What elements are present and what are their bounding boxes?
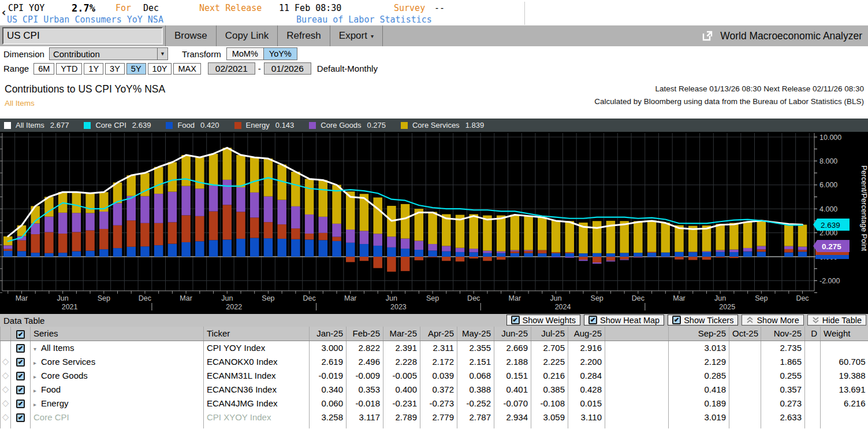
- range-3y[interactable]: 3Y: [105, 63, 125, 75]
- hide-table-button[interactable]: Hide Table: [807, 315, 866, 326]
- export-button[interactable]: Export▾: [330, 25, 383, 46]
- weight-cell: 6.216: [821, 396, 868, 410]
- security-name-link[interactable]: US CPI Urban Consumers YoY NSA: [7, 14, 163, 25]
- show-weights-toggle[interactable]: Show Weights: [506, 315, 580, 326]
- page-subtitle: All Items: [5, 99, 35, 108]
- row-checkbox[interactable]: [16, 413, 25, 422]
- value-cell: 2.228: [383, 354, 420, 368]
- value-cell: 2.391: [383, 341, 420, 354]
- svg-text:Jun: Jun: [550, 294, 561, 302]
- range-5y[interactable]: 5Y: [126, 63, 146, 75]
- external-link-icon[interactable]: [702, 30, 713, 42]
- back-chevron-icon[interactable]: ‹: [1, 6, 7, 19]
- show-heat-map-toggle[interactable]: Show Heat Map: [584, 315, 664, 326]
- show-tickers-toggle[interactable]: Show Tickers: [668, 315, 738, 326]
- range-6m[interactable]: 6M: [33, 63, 54, 75]
- legend-item-core-services[interactable]: Core Services1.839: [401, 121, 484, 130]
- value-cell: 2.669: [494, 341, 531, 354]
- checkbox-checked-icon[interactable]: [511, 316, 520, 324]
- collapsed-arrow-icon[interactable]: ▸: [33, 387, 41, 394]
- source-link[interactable]: Bureau of Labor Statistics: [296, 14, 432, 25]
- series-name-cell: ▸Core Services: [31, 354, 204, 368]
- value-cell: 2.779: [420, 410, 457, 424]
- drag-diamond-icon[interactable]: [2, 370, 9, 380]
- main-toolbar: BrowseCopy LinkRefreshExport▾ World Macr…: [0, 25, 868, 46]
- checkbox-checked-icon[interactable]: [588, 316, 597, 324]
- range-start-input[interactable]: 02/2021: [208, 62, 255, 75]
- data-table-title: Data Table: [0, 316, 44, 326]
- value-cell: 0.400: [383, 382, 420, 396]
- collapsed-arrow-icon[interactable]: ▸: [33, 373, 41, 380]
- weight-cell: 60.705: [821, 354, 868, 368]
- dimension-dropdown[interactable]: Contribution ▼: [49, 47, 168, 60]
- double-chevron-down-icon: [812, 316, 819, 324]
- range-1y[interactable]: 1Y: [84, 63, 103, 75]
- for-label: For: [116, 3, 131, 13]
- select-all-checkbox[interactable]: [16, 330, 25, 339]
- row-checkbox[interactable]: [16, 344, 25, 353]
- next-release-label: Next Release: [199, 3, 262, 13]
- row-checkbox[interactable]: [16, 358, 25, 367]
- value-cell: -0.231: [383, 396, 420, 410]
- legend-item-energy[interactable]: Energy0.143: [234, 121, 295, 130]
- value-cell: [729, 368, 761, 382]
- dec-column-header: D: [805, 327, 821, 341]
- month-column-header: Jul-25: [531, 327, 568, 341]
- title-block: Contributions to US CPI YoY% NSA All Ite…: [0, 76, 868, 119]
- row-gutter: [1, 354, 11, 368]
- transform-label: Transform: [182, 49, 221, 59]
- for-value: Dec: [143, 3, 159, 13]
- month-column-header: Aug-25: [568, 327, 605, 341]
- row-checkbox[interactable]: [16, 400, 25, 408]
- value-cell: [729, 354, 761, 368]
- ticker-cell: CPI XYOY Index: [204, 410, 310, 424]
- button-label: Hide Table: [822, 316, 862, 325]
- select-all-header: [11, 327, 31, 341]
- toggle-label: Show Weights: [523, 316, 576, 325]
- legend-item-all-items[interactable]: All Items2.677: [4, 121, 69, 130]
- value-cell: 0.189: [669, 396, 729, 410]
- ticker-cell: ECAN4JMG Index: [204, 396, 310, 410]
- legend-item-core-goods[interactable]: Core Goods0.275: [309, 121, 386, 130]
- legend-item-core-cpi[interactable]: Core CPI2.639: [84, 121, 151, 130]
- range-ytd[interactable]: YTD: [56, 63, 82, 75]
- value-cell: -0.070: [494, 396, 531, 410]
- range-max[interactable]: MAX: [173, 63, 200, 75]
- double-chevron-up-icon: [746, 316, 754, 324]
- transform-yoypct[interactable]: YoY%: [263, 47, 297, 60]
- range-10y[interactable]: 10Y: [148, 63, 172, 75]
- transform-mompct[interactable]: MoM%: [226, 47, 264, 60]
- range-end-input[interactable]: 01/2026: [264, 62, 311, 75]
- month-column-header: Jun-25: [494, 327, 531, 341]
- refresh-button[interactable]: Refresh: [278, 25, 330, 46]
- row-checkbox[interactable]: [16, 372, 25, 380]
- toggle-label: Show Heat Map: [600, 316, 660, 325]
- drag-diamond-icon[interactable]: [2, 384, 9, 394]
- legend-item-food[interactable]: Food0.420: [166, 121, 219, 130]
- svg-text:Dec: Dec: [467, 294, 480, 302]
- svg-text:Dec: Dec: [303, 294, 315, 302]
- checkbox-checked-icon[interactable]: [672, 316, 681, 324]
- drag-diamond-icon[interactable]: [2, 356, 9, 366]
- expanded-arrow-icon[interactable]: ▾: [33, 346, 41, 352]
- dec-cell: [805, 396, 821, 410]
- drag-diamond-icon[interactable]: [2, 412, 9, 421]
- svg-text:Dec: Dec: [796, 294, 809, 302]
- gutter-header: [1, 327, 11, 341]
- ticker-search-input[interactable]: [2, 27, 163, 45]
- copy-link-button[interactable]: Copy Link: [217, 25, 278, 46]
- show-more-button[interactable]: Show More: [742, 315, 803, 326]
- value-cell: 3.013: [669, 341, 729, 354]
- series-name-cell: Core CPI: [31, 410, 204, 424]
- spacer-cell: [605, 410, 669, 424]
- table-header-row: SeriesTickerJan-25Feb-25Mar-25Apr-25May-…: [1, 327, 868, 341]
- svg-text:Sep: Sep: [591, 294, 603, 302]
- collapsed-arrow-icon[interactable]: ▸: [33, 401, 41, 408]
- chevron-down-icon[interactable]: ▼: [157, 48, 167, 60]
- drag-diamond-icon[interactable]: [2, 398, 9, 408]
- value-cell: 3.059: [531, 410, 568, 424]
- browse-button[interactable]: Browse: [165, 25, 217, 46]
- row-checkbox[interactable]: [16, 386, 25, 394]
- collapsed-arrow-icon[interactable]: ▸: [33, 360, 41, 366]
- value-cell: 0.357: [761, 382, 805, 396]
